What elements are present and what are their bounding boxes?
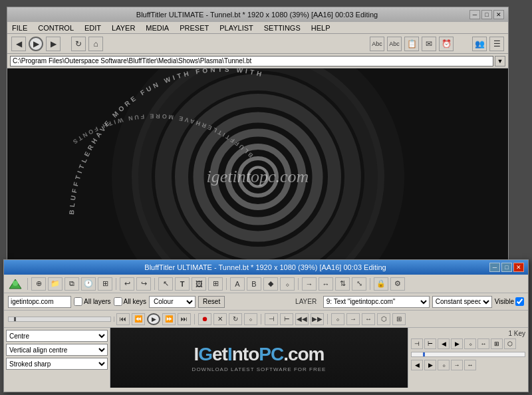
key1-btn[interactable]: ◆: [263, 277, 278, 291]
colour-dropdown[interactable]: Colour: [149, 296, 196, 308]
folder-btn[interactable]: 📁: [48, 277, 63, 291]
front-minimize-button[interactable]: ─: [489, 263, 500, 272]
r-btn-6[interactable]: ↔: [477, 338, 489, 349]
undo-btn[interactable]: ↩: [120, 277, 134, 291]
align-left-btn[interactable]: ⊣: [265, 313, 278, 325]
stop-btn[interactable]: ✕: [213, 313, 227, 325]
r-btn-8[interactable]: ⬡: [504, 338, 516, 349]
back-btn[interactable]: ◀: [11, 37, 26, 51]
back-maximize-button[interactable]: □: [481, 10, 492, 19]
right-buttons: ⊣ ⊢ ◀ ▶ ⬦ ↔ ⊞ ⬡: [411, 338, 525, 349]
redo-btn[interactable]: ↪: [136, 277, 151, 291]
layers-btn[interactable]: ⊞: [98, 277, 112, 291]
menu-playlist[interactable]: PLAYLIST: [217, 24, 255, 32]
menu-preset[interactable]: PRESET: [178, 24, 211, 32]
keyframe-buttons: ◀ ▶ ⬦ → ↔: [411, 360, 525, 370]
mid-panel-banner: IGetIntoPC.com Download Latest Software …: [110, 328, 408, 388]
play-button[interactable]: ▶: [29, 37, 43, 51]
extra-btn-2[interactable]: →: [346, 313, 360, 325]
kf-btn-4[interactable]: →: [451, 360, 463, 370]
refresh-btn[interactable]: ↻: [71, 37, 86, 51]
speed-dropdown[interactable]: Constant speed: [432, 296, 492, 308]
icon-4[interactable]: ✉: [422, 37, 436, 51]
icon-1[interactable]: Abc: [370, 37, 384, 51]
clock-btn[interactable]: 🕐: [81, 277, 96, 291]
key2-btn[interactable]: ⬦: [280, 277, 295, 291]
align-right-btn[interactable]: ⊢: [280, 313, 293, 325]
extra-btn-3[interactable]: ↔: [362, 313, 375, 325]
flip-btn[interactable]: ⇅: [335, 277, 350, 291]
address-input[interactable]: [10, 56, 493, 66]
menu-media[interactable]: MEDIA: [144, 24, 171, 32]
goto-start-btn[interactable]: ⏮: [116, 313, 130, 325]
fwd-btn[interactable]: ▶: [46, 37, 61, 51]
copy-btn2[interactable]: ⧉: [65, 277, 79, 291]
layer-dropdown[interactable]: 9: Text "igetintopc.com": [323, 296, 430, 308]
r-btn-3[interactable]: ◀: [438, 338, 450, 349]
goto-end-btn[interactable]: ⏭: [178, 313, 191, 325]
stroke-dropdown[interactable]: Stroked sharp: [6, 358, 108, 370]
home-btn[interactable]: ⌂: [88, 37, 103, 51]
grid-btn[interactable]: ⊞: [208, 277, 223, 291]
settings-btn[interactable]: ⚙: [390, 277, 405, 291]
menu-control[interactable]: CONTROL: [36, 24, 76, 32]
scale-btn[interactable]: ⤡: [352, 277, 366, 291]
r-btn-1[interactable]: ⊣: [411, 338, 423, 349]
kf-btn-3[interactable]: ⬦: [438, 360, 450, 370]
icon-2[interactable]: Abc: [387, 37, 402, 51]
menu-icon[interactable]: ☰: [489, 37, 504, 51]
key-frame-btn[interactable]: ⬦: [244, 313, 257, 325]
menu-file[interactable]: FILE: [10, 24, 29, 32]
back-close-button[interactable]: ✕: [493, 10, 504, 19]
icon-3[interactable]: 📋: [404, 37, 419, 51]
arrow-r-btn[interactable]: →: [302, 277, 317, 291]
arrow-lr-btn[interactable]: ↔: [319, 277, 333, 291]
menu-help[interactable]: HELP: [309, 24, 332, 32]
extra-btn-4[interactable]: ⬡: [377, 313, 390, 325]
pb-separator-3: [327, 314, 328, 325]
back-addressbar: ▼: [7, 54, 508, 68]
text-btn[interactable]: T: [175, 277, 190, 291]
paste-a-btn[interactable]: A: [230, 277, 245, 291]
reset-button[interactable]: Reset: [198, 296, 225, 308]
layer-text-input[interactable]: [8, 296, 71, 308]
menu-edit[interactable]: EDIT: [82, 24, 103, 32]
step-fwd-btn[interactable]: ⏩: [162, 313, 176, 325]
toolbar-separator-2: [116, 278, 116, 290]
extra-btn-1[interactable]: ⬦: [331, 313, 344, 325]
align-next-btn[interactable]: ▶▶: [311, 313, 324, 325]
r-btn-4[interactable]: ▶: [451, 338, 463, 349]
kf-btn-5[interactable]: ↔: [464, 360, 476, 370]
step-back-btn[interactable]: ⏪: [132, 313, 145, 325]
extra-btn-5[interactable]: ⊞: [392, 313, 406, 325]
cursor-btn[interactable]: ↖: [158, 277, 173, 291]
r-btn-7[interactable]: ⊞: [491, 338, 503, 349]
menu-settings[interactable]: SETTINGS: [262, 24, 303, 32]
timeline-bar[interactable]: [411, 352, 525, 357]
address-go-btn[interactable]: ▼: [495, 56, 505, 66]
menu-layer[interactable]: LAYER: [110, 24, 137, 32]
align-prev-btn[interactable]: ◀◀: [295, 313, 309, 325]
all-keys-checkbox[interactable]: [114, 297, 122, 306]
visible-checkbox[interactable]: [515, 297, 524, 306]
paste-b-btn[interactable]: B: [247, 277, 261, 291]
users-icon[interactable]: 👥: [472, 37, 487, 51]
lock-btn[interactable]: 🔒: [374, 277, 388, 291]
record-btn[interactable]: ⏺: [198, 313, 211, 325]
front-close-button[interactable]: ✕: [513, 263, 524, 272]
align-dropdown[interactable]: Centre: [6, 330, 108, 342]
loop-btn[interactable]: ↻: [229, 313, 242, 325]
toolbar-separator-5: [298, 278, 299, 290]
image-btn[interactable]: 🖼: [192, 277, 206, 291]
kf-btn-2[interactable]: ▶: [424, 360, 436, 370]
add-circle-btn[interactable]: ⊕: [31, 277, 46, 291]
all-layers-checkbox[interactable]: [74, 297, 82, 306]
r-btn-5[interactable]: ⬦: [464, 338, 476, 349]
valign-dropdown[interactable]: Vertical align centre: [6, 344, 108, 356]
kf-btn-1[interactable]: ◀: [411, 360, 423, 370]
front-maximize-button[interactable]: □: [501, 263, 512, 272]
icon-5[interactable]: ⏰: [439, 37, 454, 51]
r-btn-2[interactable]: ⊢: [424, 338, 436, 349]
play-pause-btn[interactable]: ▶: [147, 313, 160, 325]
back-minimize-button[interactable]: ─: [469, 10, 480, 19]
